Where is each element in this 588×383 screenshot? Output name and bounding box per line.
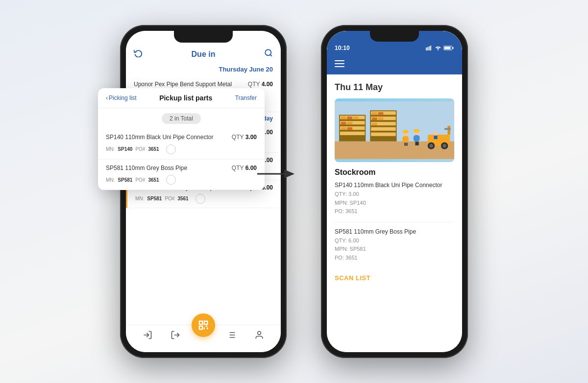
svg-rect-29: [335, 63, 344, 64]
svg-rect-53: [372, 118, 377, 120]
svg-rect-66: [418, 136, 420, 141]
bottom-nav: [126, 325, 281, 352]
svg-rect-41: [341, 122, 346, 124]
toggle-circle[interactable]: [196, 194, 205, 204]
svg-rect-45: [370, 110, 396, 141]
svg-rect-42: [347, 122, 352, 124]
svg-rect-38: [341, 117, 346, 119]
stockroom-title: Stockroom: [335, 168, 454, 177]
mn-label: MN:: [106, 146, 115, 152]
svg-rect-43: [341, 127, 346, 130]
svg-rect-20: [426, 48, 427, 50]
toggle-circle[interactable]: [166, 144, 176, 154]
svg-rect-51: [372, 112, 377, 115]
svg-rect-3: [204, 321, 207, 324]
hamburger-menu[interactable]: [335, 59, 454, 70]
right-date: Thu 11 May: [335, 82, 454, 93]
refresh-icon[interactable]: [134, 48, 143, 60]
po-value: 3651: [148, 177, 159, 183]
svg-rect-55: [372, 123, 377, 125]
svg-rect-39: [347, 117, 352, 119]
stock-item: SP581 110mm Grey Boss Pipe QTY: 6.00 MPN…: [335, 228, 454, 268]
date-header: Thursday June 20: [126, 64, 281, 75]
popup-transfer-tab[interactable]: Transfer: [235, 95, 257, 101]
svg-rect-22: [429, 47, 430, 51]
po-label: PO#: [165, 196, 174, 201]
po-value: 3561: [177, 196, 188, 201]
right-nav-bar: [327, 54, 462, 74]
right-phone: 10:10: [321, 25, 468, 358]
pickup-list-popup: ‹ Picking list Pickup list parts Transfe…: [98, 88, 265, 190]
mn-label: MN:: [135, 196, 144, 201]
mn-value: SP140: [118, 146, 132, 152]
total-badge: 2 in Total: [162, 113, 201, 124]
svg-point-0: [265, 49, 271, 55]
svg-rect-4: [199, 326, 202, 329]
svg-rect-40: [353, 117, 359, 119]
left-phone: Due in Thursday June 20 Up: [120, 25, 287, 358]
svg-point-62: [402, 130, 409, 133]
mn-value: SP581: [118, 177, 132, 183]
popup-title: Pickup list parts: [159, 94, 212, 102]
svg-rect-67: [415, 142, 417, 145]
mn-value: SP581: [147, 196, 162, 201]
svg-rect-61: [406, 143, 408, 145]
popup-back-label: Picking list: [109, 95, 137, 101]
search-icon[interactable]: [264, 48, 273, 60]
nav-list-icon[interactable]: [226, 330, 236, 342]
svg-point-74: [429, 144, 433, 147]
popup-badge-row: 2 in Total: [98, 108, 265, 129]
popup-list-item: SP140 110mm Black Uni Pipe Connector QTY…: [98, 129, 265, 160]
svg-rect-58: [402, 137, 404, 142]
stock-item-name: SP140 110mm Black Uni Pipe Connector: [335, 182, 454, 189]
svg-point-69: [414, 129, 420, 132]
popup-item-name: SP581 110mm Grey Boss Pipe: [106, 165, 228, 172]
popup-header: ‹ Picking list Pickup list parts Transfe…: [98, 88, 265, 108]
svg-rect-49: [371, 127, 396, 131]
svg-rect-59: [407, 137, 409, 142]
svg-rect-68: [417, 142, 419, 145]
svg-point-77: [434, 131, 438, 136]
nav-signin-icon[interactable]: [143, 330, 152, 342]
svg-rect-71: [447, 126, 450, 135]
status-icons: [426, 46, 454, 50]
po-value: 3651: [148, 146, 159, 152]
toggle-circle[interactable]: [166, 175, 176, 185]
scan-fab-button[interactable]: [192, 313, 215, 337]
warehouse-image: [335, 98, 454, 162]
svg-rect-72: [444, 128, 451, 130]
svg-rect-52: [378, 112, 384, 115]
svg-rect-23: [430, 46, 431, 50]
nav-user-icon[interactable]: [254, 330, 264, 342]
arrow-indicator: [255, 162, 299, 186]
svg-rect-54: [378, 118, 384, 120]
svg-point-76: [443, 144, 446, 147]
scan-list-button[interactable]: SCAN LIST: [335, 274, 454, 282]
svg-rect-2: [199, 321, 202, 324]
stock-item-name: SP581 110mm Grey Boss Pipe: [335, 228, 454, 235]
popup-back-button[interactable]: ‹ Picking list: [106, 95, 137, 101]
stock-item: SP140 110mm Black Uni Pipe Connector QTY…: [335, 182, 454, 222]
svg-rect-60: [404, 143, 406, 145]
popup-item-qty: QTY 6.00: [232, 165, 257, 171]
popup-item-qty: QTY 3.00: [232, 134, 257, 141]
svg-rect-30: [335, 66, 344, 67]
nav-signout-icon[interactable]: [171, 330, 180, 342]
item-qty: QTY 4.00: [248, 81, 273, 88]
po-label: PO#: [135, 146, 145, 152]
svg-line-1: [270, 54, 271, 56]
stock-item-detail: QTY: 3.00 MPN: SP140 PO: 3651: [335, 190, 454, 216]
svg-rect-65: [414, 136, 416, 141]
mn-label: MN:: [106, 177, 115, 183]
svg-rect-78: [434, 136, 437, 139]
svg-point-24: [438, 49, 439, 50]
popup-list-item: SP581 110mm Grey Boss Pipe QTY 6.00 MN: …: [98, 160, 265, 191]
right-content: Thu 11 May: [327, 74, 462, 352]
screen-title: Due in: [143, 50, 264, 59]
stock-item-detail: QTY: 6.00 MPN: SP581 PO: 3651: [335, 237, 454, 263]
po-label: PO#: [135, 177, 145, 183]
svg-rect-21: [427, 47, 428, 50]
svg-point-18: [257, 332, 261, 335]
svg-rect-28: [335, 60, 344, 61]
popup-item-name: SP140 110mm Black Uni Pipe Connector: [106, 134, 228, 142]
